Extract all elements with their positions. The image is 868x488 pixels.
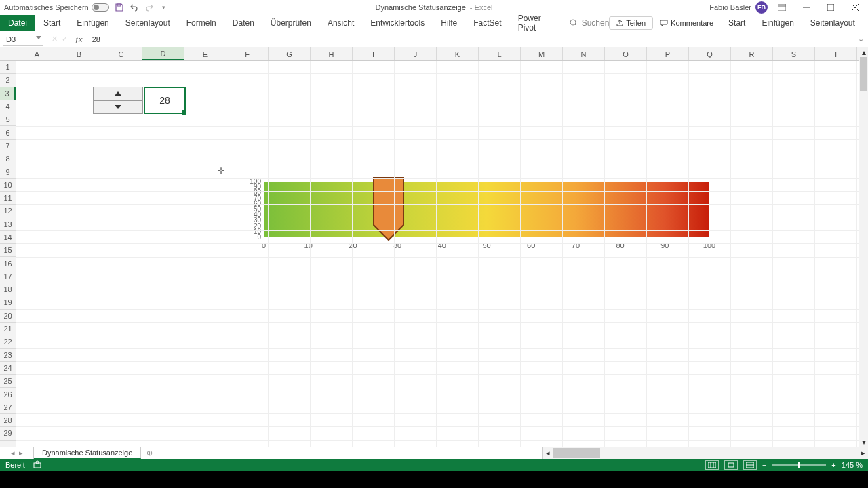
- selected-cell[interactable]: 28: [144, 87, 186, 114]
- row-header[interactable]: 8: [0, 152, 16, 165]
- column-header[interactable]: S: [773, 47, 815, 60]
- ribbon-tab-einfügen[interactable]: Einfügen: [68, 15, 117, 30]
- sheet-nav[interactable]: ◂▸: [0, 447, 34, 459]
- column-header[interactable]: H: [311, 47, 353, 60]
- cancel-formula-icon[interactable]: ✕: [52, 35, 58, 43]
- row-header[interactable]: 23: [0, 349, 16, 362]
- column-header[interactable]: Q: [689, 47, 731, 60]
- row-header[interactable]: 10: [0, 179, 16, 192]
- minimize-icon[interactable]: [796, 0, 816, 15]
- ribbon-tab-seitenlayout[interactable]: Seitenlayout: [117, 15, 178, 30]
- column-header[interactable]: E: [184, 47, 226, 60]
- row-headers[interactable]: 1234567891011121314151617181920212223242…: [0, 61, 16, 447]
- column-header[interactable]: J: [395, 47, 437, 60]
- zoom-thumb[interactable]: [798, 462, 800, 468]
- column-header[interactable]: A: [16, 47, 58, 60]
- sheet-next-icon[interactable]: ▸: [19, 449, 23, 458]
- column-header[interactable]: K: [437, 47, 479, 60]
- row-header[interactable]: 14: [0, 231, 16, 244]
- name-box[interactable]: D3: [3, 33, 43, 46]
- ribbon-tab-formeln[interactable]: Formeln: [178, 15, 224, 30]
- row-header[interactable]: 11: [0, 192, 16, 205]
- row-header[interactable]: 25: [0, 375, 16, 388]
- maximize-icon[interactable]: [821, 0, 841, 15]
- spin-up-button[interactable]: [94, 87, 142, 101]
- row-header[interactable]: 21: [0, 323, 16, 336]
- sheet-prev-icon[interactable]: ◂: [11, 449, 15, 458]
- row-header[interactable]: 27: [0, 401, 16, 414]
- formula-input[interactable]: 28: [90, 35, 854, 43]
- row-header[interactable]: 29: [0, 427, 16, 440]
- column-header[interactable]: G: [269, 47, 311, 60]
- scroll-thumb[interactable]: [860, 57, 867, 91]
- row-header[interactable]: 4: [0, 100, 16, 113]
- row-header[interactable]: 19: [0, 296, 16, 309]
- vertical-scrollbar[interactable]: ▴ ▾: [859, 47, 868, 447]
- row-header[interactable]: 5: [0, 113, 16, 126]
- scroll-right-icon[interactable]: ▸: [859, 447, 868, 459]
- fx-icon[interactable]: ƒx: [75, 35, 83, 43]
- zoom-level[interactable]: 145 %: [842, 461, 863, 469]
- ribbon-tab-start[interactable]: Start: [720, 15, 753, 30]
- undo-icon[interactable]: [130, 3, 139, 12]
- column-header[interactable]: T: [815, 47, 857, 60]
- autosave-toggle[interactable]: Automatisches Speichern: [4, 3, 109, 12]
- row-header[interactable]: 13: [0, 218, 16, 231]
- normal-view-icon[interactable]: [705, 460, 719, 470]
- column-header[interactable]: M: [521, 47, 563, 60]
- row-header[interactable]: 26: [0, 388, 16, 401]
- hscroll-thumb[interactable]: [553, 448, 600, 458]
- qat-dropdown-icon[interactable]: ▾: [159, 3, 169, 12]
- row-header[interactable]: 6: [0, 126, 16, 139]
- ribbon-tab-überprüfen[interactable]: Überprüfen: [262, 15, 319, 30]
- ribbon-tab-entwicklertools[interactable]: Entwicklertools: [362, 15, 433, 30]
- ribbon-tab-power pivot[interactable]: Power Pivot: [510, 15, 549, 30]
- horizontal-scrollbar[interactable]: ◂ ▸: [542, 447, 868, 459]
- worksheet-grid[interactable]: ABCDEFGHIJKLMNOPQRST 1234567891011121314…: [0, 47, 868, 447]
- ribbon-tab-ansicht[interactable]: Ansicht: [319, 15, 362, 30]
- column-header[interactable]: L: [479, 47, 521, 60]
- scroll-down-icon[interactable]: ▾: [859, 437, 868, 447]
- ribbon-tab-einfügen[interactable]: Einfügen: [753, 15, 802, 30]
- column-header[interactable]: N: [563, 47, 605, 60]
- row-header[interactable]: 3: [0, 87, 16, 100]
- add-sheet-button[interactable]: ⊕: [141, 447, 157, 459]
- zoom-in-icon[interactable]: +: [831, 461, 835, 469]
- save-icon[interactable]: [115, 3, 124, 12]
- spin-down-button[interactable]: [94, 101, 142, 114]
- macro-record-icon[interactable]: [33, 460, 41, 470]
- row-header[interactable]: 22: [0, 336, 16, 348]
- close-icon[interactable]: [845, 0, 865, 15]
- ribbon-tab-formeln[interactable]: Formeln: [863, 15, 868, 30]
- row-header[interactable]: 7: [0, 140, 16, 152]
- row-header[interactable]: 2: [0, 74, 16, 87]
- row-header[interactable]: 20: [0, 310, 16, 323]
- scroll-up-icon[interactable]: ▴: [859, 47, 868, 57]
- page-break-view-icon[interactable]: [743, 460, 757, 470]
- column-header[interactable]: R: [731, 47, 773, 60]
- spin-button-control[interactable]: [93, 87, 143, 114]
- column-headers[interactable]: ABCDEFGHIJKLMNOPQRST: [16, 47, 859, 61]
- row-header[interactable]: 18: [0, 283, 16, 296]
- select-all-corner[interactable]: [0, 47, 16, 61]
- row-header[interactable]: 16: [0, 257, 16, 270]
- ribbon-display-icon[interactable]: [772, 0, 792, 15]
- row-header[interactable]: 24: [0, 362, 16, 375]
- file-tab[interactable]: Datei: [0, 15, 35, 30]
- row-header[interactable]: 17: [0, 270, 16, 283]
- column-header[interactable]: F: [226, 47, 269, 60]
- scroll-left-icon[interactable]: ◂: [543, 447, 553, 459]
- column-header[interactable]: B: [58, 47, 100, 60]
- ribbon-tab-factset[interactable]: FactSet: [465, 15, 509, 30]
- enter-formula-icon[interactable]: ✓: [62, 35, 68, 43]
- column-header[interactable]: I: [353, 47, 395, 60]
- ribbon-tab-start[interactable]: Start: [35, 15, 68, 30]
- cells-area[interactable]: 28 ✛ 01020304050607080901000102030405060…: [16, 61, 859, 447]
- row-header[interactable]: 1: [0, 61, 16, 74]
- sheet-tab-active[interactable]: Dynamische Statusanzeige: [34, 447, 141, 459]
- row-header[interactable]: 9: [0, 165, 16, 178]
- column-header[interactable]: O: [605, 47, 647, 60]
- ribbon-tab-seitenlayout[interactable]: Seitenlayout: [802, 15, 863, 30]
- status-gauge-chart[interactable]: 0102030405060708090100010203040506070809…: [264, 182, 709, 237]
- page-layout-view-icon[interactable]: [724, 460, 738, 470]
